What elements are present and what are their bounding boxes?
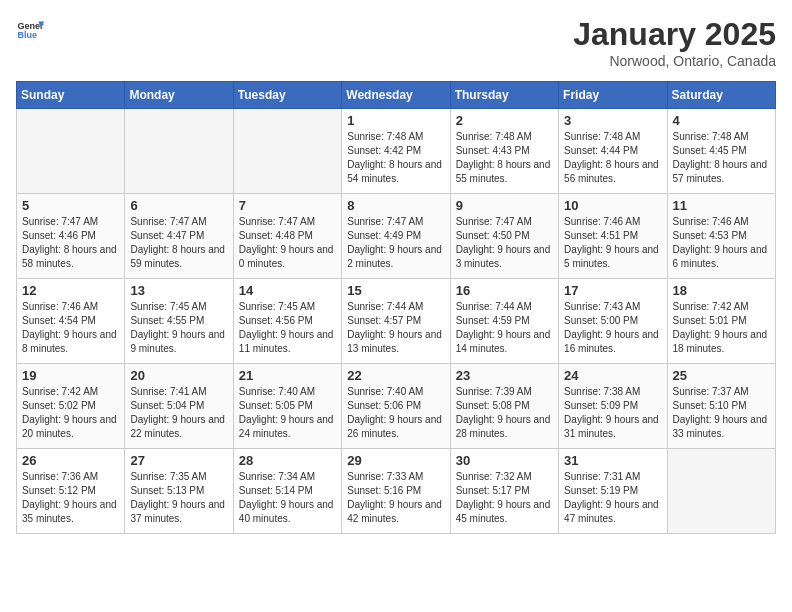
calendar-header-row: SundayMondayTuesdayWednesdayThursdayFrid…: [17, 82, 776, 109]
day-info: Sunrise: 7:44 AMSunset: 4:59 PMDaylight:…: [456, 300, 553, 356]
day-number: 3: [564, 113, 661, 128]
day-header-monday: Monday: [125, 82, 233, 109]
month-title: January 2025: [573, 16, 776, 53]
day-number: 4: [673, 113, 770, 128]
calendar-cell: 19Sunrise: 7:42 AMSunset: 5:02 PMDayligh…: [17, 364, 125, 449]
page-header: General Blue January 2025 Norwood, Ontar…: [16, 16, 776, 69]
calendar-cell: 27Sunrise: 7:35 AMSunset: 5:13 PMDayligh…: [125, 449, 233, 534]
calendar-cell: 4Sunrise: 7:48 AMSunset: 4:45 PMDaylight…: [667, 109, 775, 194]
day-number: 26: [22, 453, 119, 468]
day-number: 11: [673, 198, 770, 213]
calendar-cell: 25Sunrise: 7:37 AMSunset: 5:10 PMDayligh…: [667, 364, 775, 449]
day-header-thursday: Thursday: [450, 82, 558, 109]
day-number: 1: [347, 113, 444, 128]
day-info: Sunrise: 7:33 AMSunset: 5:16 PMDaylight:…: [347, 470, 444, 526]
day-header-wednesday: Wednesday: [342, 82, 450, 109]
day-number: 5: [22, 198, 119, 213]
day-number: 10: [564, 198, 661, 213]
day-number: 8: [347, 198, 444, 213]
day-info: Sunrise: 7:40 AMSunset: 5:06 PMDaylight:…: [347, 385, 444, 441]
calendar-cell: [125, 109, 233, 194]
day-number: 28: [239, 453, 336, 468]
day-number: 14: [239, 283, 336, 298]
day-number: 21: [239, 368, 336, 383]
day-header-saturday: Saturday: [667, 82, 775, 109]
calendar-cell: 21Sunrise: 7:40 AMSunset: 5:05 PMDayligh…: [233, 364, 341, 449]
svg-text:Blue: Blue: [17, 30, 37, 40]
day-info: Sunrise: 7:47 AMSunset: 4:46 PMDaylight:…: [22, 215, 119, 271]
calendar-cell: 8Sunrise: 7:47 AMSunset: 4:49 PMDaylight…: [342, 194, 450, 279]
calendar-cell: 30Sunrise: 7:32 AMSunset: 5:17 PMDayligh…: [450, 449, 558, 534]
calendar-week-4: 19Sunrise: 7:42 AMSunset: 5:02 PMDayligh…: [17, 364, 776, 449]
day-number: 20: [130, 368, 227, 383]
day-info: Sunrise: 7:48 AMSunset: 4:45 PMDaylight:…: [673, 130, 770, 186]
day-info: Sunrise: 7:45 AMSunset: 4:56 PMDaylight:…: [239, 300, 336, 356]
calendar-cell: 5Sunrise: 7:47 AMSunset: 4:46 PMDaylight…: [17, 194, 125, 279]
calendar-cell: 2Sunrise: 7:48 AMSunset: 4:43 PMDaylight…: [450, 109, 558, 194]
calendar-cell: 10Sunrise: 7:46 AMSunset: 4:51 PMDayligh…: [559, 194, 667, 279]
calendar-cell: 9Sunrise: 7:47 AMSunset: 4:50 PMDaylight…: [450, 194, 558, 279]
calendar-cell: 28Sunrise: 7:34 AMSunset: 5:14 PMDayligh…: [233, 449, 341, 534]
day-info: Sunrise: 7:35 AMSunset: 5:13 PMDaylight:…: [130, 470, 227, 526]
day-number: 6: [130, 198, 227, 213]
calendar-week-5: 26Sunrise: 7:36 AMSunset: 5:12 PMDayligh…: [17, 449, 776, 534]
calendar-cell: [17, 109, 125, 194]
day-number: 16: [456, 283, 553, 298]
day-info: Sunrise: 7:40 AMSunset: 5:05 PMDaylight:…: [239, 385, 336, 441]
calendar-cell: 22Sunrise: 7:40 AMSunset: 5:06 PMDayligh…: [342, 364, 450, 449]
calendar-cell: [667, 449, 775, 534]
day-info: Sunrise: 7:44 AMSunset: 4:57 PMDaylight:…: [347, 300, 444, 356]
day-info: Sunrise: 7:47 AMSunset: 4:47 PMDaylight:…: [130, 215, 227, 271]
day-number: 25: [673, 368, 770, 383]
day-header-tuesday: Tuesday: [233, 82, 341, 109]
calendar-cell: 11Sunrise: 7:46 AMSunset: 4:53 PMDayligh…: [667, 194, 775, 279]
calendar-cell: 18Sunrise: 7:42 AMSunset: 5:01 PMDayligh…: [667, 279, 775, 364]
title-block: January 2025 Norwood, Ontario, Canada: [573, 16, 776, 69]
day-info: Sunrise: 7:48 AMSunset: 4:43 PMDaylight:…: [456, 130, 553, 186]
calendar-cell: 16Sunrise: 7:44 AMSunset: 4:59 PMDayligh…: [450, 279, 558, 364]
logo-icon: General Blue: [16, 16, 44, 44]
day-info: Sunrise: 7:41 AMSunset: 5:04 PMDaylight:…: [130, 385, 227, 441]
day-info: Sunrise: 7:46 AMSunset: 4:51 PMDaylight:…: [564, 215, 661, 271]
day-number: 9: [456, 198, 553, 213]
day-info: Sunrise: 7:42 AMSunset: 5:02 PMDaylight:…: [22, 385, 119, 441]
day-info: Sunrise: 7:46 AMSunset: 4:53 PMDaylight:…: [673, 215, 770, 271]
day-header-sunday: Sunday: [17, 82, 125, 109]
day-info: Sunrise: 7:46 AMSunset: 4:54 PMDaylight:…: [22, 300, 119, 356]
day-info: Sunrise: 7:45 AMSunset: 4:55 PMDaylight:…: [130, 300, 227, 356]
day-info: Sunrise: 7:48 AMSunset: 4:44 PMDaylight:…: [564, 130, 661, 186]
calendar-week-2: 5Sunrise: 7:47 AMSunset: 4:46 PMDaylight…: [17, 194, 776, 279]
day-info: Sunrise: 7:43 AMSunset: 5:00 PMDaylight:…: [564, 300, 661, 356]
calendar-cell: 6Sunrise: 7:47 AMSunset: 4:47 PMDaylight…: [125, 194, 233, 279]
day-info: Sunrise: 7:36 AMSunset: 5:12 PMDaylight:…: [22, 470, 119, 526]
calendar-cell: 15Sunrise: 7:44 AMSunset: 4:57 PMDayligh…: [342, 279, 450, 364]
day-info: Sunrise: 7:39 AMSunset: 5:08 PMDaylight:…: [456, 385, 553, 441]
day-number: 18: [673, 283, 770, 298]
day-header-friday: Friday: [559, 82, 667, 109]
logo: General Blue: [16, 16, 44, 44]
day-number: 30: [456, 453, 553, 468]
calendar-cell: 17Sunrise: 7:43 AMSunset: 5:00 PMDayligh…: [559, 279, 667, 364]
day-info: Sunrise: 7:37 AMSunset: 5:10 PMDaylight:…: [673, 385, 770, 441]
calendar-cell: 1Sunrise: 7:48 AMSunset: 4:42 PMDaylight…: [342, 109, 450, 194]
day-info: Sunrise: 7:47 AMSunset: 4:48 PMDaylight:…: [239, 215, 336, 271]
day-number: 2: [456, 113, 553, 128]
calendar-cell: 12Sunrise: 7:46 AMSunset: 4:54 PMDayligh…: [17, 279, 125, 364]
day-number: 27: [130, 453, 227, 468]
calendar-cell: 24Sunrise: 7:38 AMSunset: 5:09 PMDayligh…: [559, 364, 667, 449]
location: Norwood, Ontario, Canada: [573, 53, 776, 69]
calendar-week-1: 1Sunrise: 7:48 AMSunset: 4:42 PMDaylight…: [17, 109, 776, 194]
calendar-cell: 7Sunrise: 7:47 AMSunset: 4:48 PMDaylight…: [233, 194, 341, 279]
day-info: Sunrise: 7:42 AMSunset: 5:01 PMDaylight:…: [673, 300, 770, 356]
day-number: 23: [456, 368, 553, 383]
day-number: 17: [564, 283, 661, 298]
day-number: 7: [239, 198, 336, 213]
day-info: Sunrise: 7:38 AMSunset: 5:09 PMDaylight:…: [564, 385, 661, 441]
day-number: 31: [564, 453, 661, 468]
calendar-cell: 29Sunrise: 7:33 AMSunset: 5:16 PMDayligh…: [342, 449, 450, 534]
calendar-cell: 13Sunrise: 7:45 AMSunset: 4:55 PMDayligh…: [125, 279, 233, 364]
calendar-cell: 14Sunrise: 7:45 AMSunset: 4:56 PMDayligh…: [233, 279, 341, 364]
day-info: Sunrise: 7:34 AMSunset: 5:14 PMDaylight:…: [239, 470, 336, 526]
day-info: Sunrise: 7:31 AMSunset: 5:19 PMDaylight:…: [564, 470, 661, 526]
calendar-cell: 23Sunrise: 7:39 AMSunset: 5:08 PMDayligh…: [450, 364, 558, 449]
